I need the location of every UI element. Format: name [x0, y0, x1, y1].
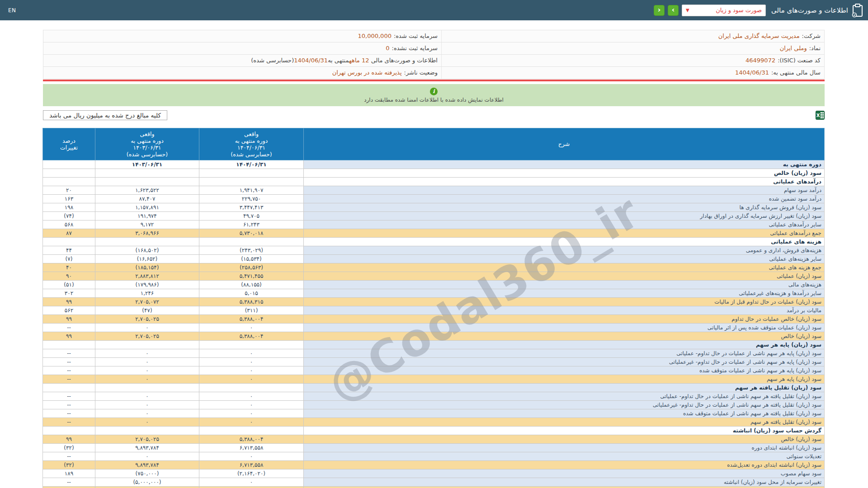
value-1404: ۶,۷۱۳,۵۵۸ — [199, 443, 304, 452]
value-1404: ۱,۹۴۱,۹۰۷ — [199, 186, 304, 194]
company-label: شرکت: — [802, 33, 821, 39]
isic-value: 46499072 — [745, 57, 775, 64]
svg-text:X: X — [816, 113, 820, 118]
value-1403: ۰ — [95, 366, 199, 375]
clipboard-icon — [851, 3, 864, 18]
statement-row: سود (زیان) پایه هر سهم۰۰-- — [43, 375, 825, 383]
statement-row: هزینه‌های فروش، اداری و عمومی(۲۴۳,۰۲۹)(۱… — [43, 246, 825, 254]
row-label: سایر هزینه‌های عملیاتی — [304, 254, 825, 263]
row-label: سود (زیان) فروش سرمایه گذاری ها — [304, 203, 825, 211]
row-label: گردش حساب سود (زیان) انباشته — [304, 426, 825, 435]
statement-row: سود سهام مصوب(۲,۱۶۴,۰۲۰)(۷۵۰,۰۰۰)۱۸۹ — [43, 469, 825, 478]
statement-row: سود (زیان) عملیات متوقف شده پس از اثر ما… — [43, 323, 825, 332]
statement-row: سود (زیان) پایه هر سهم ناشی از عملیات در… — [43, 357, 825, 366]
value-1403: (۱۶,۶۵۲) — [95, 254, 199, 263]
income-statement-table: شرح واقعی دوره منتهی به ۱۴۰۴/۰۶/۳۱ (حساب… — [42, 128, 825, 488]
percent-change — [43, 383, 95, 392]
value-1403: ۲,۷۰۵,۰۲۵ — [95, 332, 199, 340]
row-label: سایر درآمدهای عملیاتی — [304, 220, 825, 229]
row-label: تغییرات سرمایه از محل سود (زیان) انباشته — [304, 478, 825, 486]
symbol-value: وملی ایران — [780, 45, 807, 52]
value-1403: ۲,۷۰۵,۰۲۵ — [95, 435, 199, 443]
value-1404: (۲۵۸,۵۶۳) — [199, 263, 304, 272]
statement-row: سود (زیان) فروش سرمایه گذاری ها۳,۴۴۷,۴۱۳… — [43, 203, 825, 211]
company-info-table: شرکت:مدیریت سرمایه گذاری ملی ایران سرمای… — [43, 30, 825, 79]
percent-change: -- — [43, 323, 95, 332]
statement-row: هزینه‌های مالی(۸۸,۱۵۵)(۱۷۹,۹۸۶)(۵۱) — [43, 280, 825, 289]
value-1403 — [95, 177, 199, 186]
value-1404: ۰ — [199, 452, 304, 460]
value-1403: (۱۷۹,۹۸۶) — [95, 280, 199, 289]
percent-change: ۵۶۲ — [43, 306, 95, 314]
row-label: سود (زیان) انباشته ابتدای دوره — [304, 443, 825, 452]
percent-change: -- — [43, 478, 95, 486]
section-row: هزینه های عملیاتی — [43, 237, 825, 246]
percent-change — [43, 426, 95, 435]
value-1403: ۲,۸۸۳,۸۱۲ — [95, 272, 199, 280]
percent-change: ۱۶۳ — [43, 194, 95, 203]
value-1404: ۰ — [199, 478, 304, 486]
statement-row: سود (زیان) تغییر ارزش سرمایه گذاری در او… — [43, 211, 825, 220]
value-1403: ۹,۸۹۳,۷۸۴ — [95, 460, 199, 469]
language-switch-en[interactable]: EN — [8, 7, 16, 14]
percent-change: ۸۷ — [43, 229, 95, 237]
report-type-select[interactable]: صورت سود و زیان ▼ — [682, 5, 766, 16]
percent-change: (۳۲) — [43, 443, 95, 452]
row-label: سود (زیان) پایه هر سهم ناشی از عملیات در… — [304, 357, 825, 366]
value-1404: ۴,۵۴۹,۵۳۸ — [199, 486, 304, 488]
percent-change — [43, 237, 95, 246]
percent-change: -- — [43, 452, 95, 460]
statement-row: جمع هزینه های عملیاتی(۲۵۸,۵۶۳)(۱۸۵,۱۵۴)۴… — [43, 263, 825, 272]
value-1403: (۵,۰۰۰,۰۰۰) — [95, 478, 199, 486]
notice-text: اطلاعات نمایش داده شده با اطلاعات امضا ش… — [43, 97, 825, 103]
percent-change: -- — [43, 418, 95, 426]
value-1404: ۴۹,۷۰۵ — [199, 211, 304, 220]
value-1403: ۳,۰۶۸,۹۶۶ — [95, 229, 199, 237]
percent-change: (۷۴) — [43, 211, 95, 220]
registered-capital-value: 10,000,000 — [358, 33, 391, 39]
percent-change: ۴۴ — [43, 246, 95, 254]
row-label: سود (زیان) انباشته ابتدای دوره تعدیل‌شده — [304, 460, 825, 469]
value-1403: ۰ — [95, 392, 199, 400]
value-1403: ۰ — [95, 409, 199, 418]
value-1404: (۸۸,۱۵۵) — [199, 280, 304, 289]
value-1404: ۶,۷۱۳,۵۵۸ — [199, 460, 304, 469]
value-1404: ۲۲۹,۷۵۰ — [199, 194, 304, 203]
value-1404: ۵,۳۸۸,۰۰۴ — [199, 332, 304, 340]
percent-change: ۱۹۸ — [43, 203, 95, 211]
statement-row: سود (زیان) تقلیل یافته هر سهم ناشی از عم… — [43, 392, 825, 400]
row-label: سود (زیان) تقلیل یافته هر سهم ناشی از عم… — [304, 392, 825, 400]
value-1404: ۰ — [199, 349, 304, 357]
value-1404 — [199, 177, 304, 186]
statement-row: تعدیلات سنواتی۰۰-- — [43, 452, 825, 460]
statement-body: دوره منتهی به۱۴۰۴/۰۶/۳۱۱۴۰۳/۰۶/۳۱سود (زی… — [43, 160, 825, 488]
percent-change: ۹۹ — [43, 332, 95, 340]
percent-change — [43, 160, 95, 169]
percent-change: (۳۲) — [43, 460, 95, 469]
value-1403: ۰ — [95, 452, 199, 460]
value-1403: ۰ — [95, 349, 199, 357]
value-1403: ۱۹۱,۹۷۴ — [95, 211, 199, 220]
value-1403: (۱۸۵,۱۵۴) — [95, 263, 199, 272]
value-1403: ۱,۲۴۶ — [95, 289, 199, 297]
row-label: مالیات بر درآمد — [304, 306, 825, 314]
info-row: کد صنعت (ISIC):46499072 اطلاعات و صورت‌ه… — [43, 55, 824, 67]
value-1403: (۷۵۰,۰۰۰) — [95, 469, 199, 478]
statement-row: سود (زیان) عملیات در حال تداوم قبل از ما… — [43, 297, 825, 306]
percent-change: ۲۰ — [43, 186, 95, 194]
unregistered-capital-value: 0 — [386, 45, 389, 52]
col-header-description: شرح — [304, 128, 825, 160]
prev-statement-button[interactable]: ‹ — [654, 5, 665, 16]
excel-export-button[interactable]: X — [816, 111, 825, 120]
percent-change: ۹۹ — [43, 314, 95, 323]
company-value: مدیریت سرمایه گذاری ملی ایران — [718, 33, 800, 39]
next-statement-button[interactable]: › — [668, 5, 679, 16]
chevron-down-icon: ▼ — [686, 8, 689, 13]
statement-row: درآمد سود تضمین شده۲۲۹,۷۵۰۸۷,۴۰۷۱۶۳ — [43, 194, 825, 203]
report-type-value: صورت سود و زیان — [716, 7, 762, 14]
unit-row: X کلیه مبالغ درج شده به میلیون ریال می ب… — [43, 110, 825, 121]
value-1403: ۱۴۰۳/۰۶/۳۱ — [95, 160, 199, 169]
row-label: سود (زیان) عملیاتی — [304, 272, 825, 280]
col-header-actual-1403: واقعی دوره منتهی به ۱۴۰۳/۰۶/۳۱ (حسابرسی … — [95, 128, 199, 160]
row-label: درآمد سود سهام — [304, 186, 825, 194]
